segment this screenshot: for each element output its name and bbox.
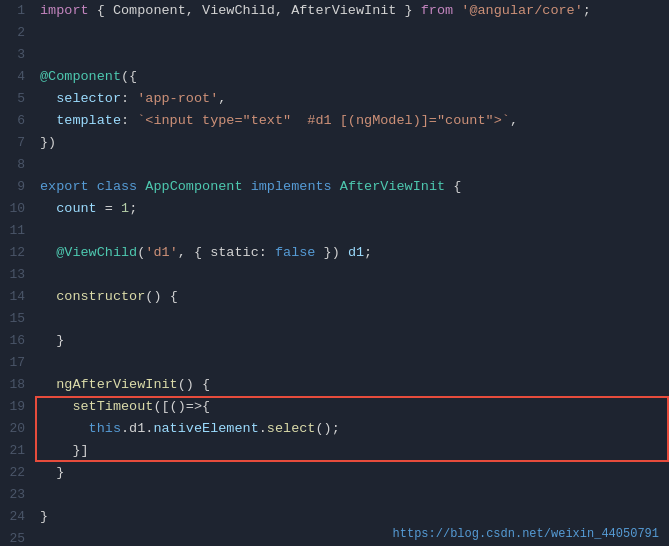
line-number: 7 xyxy=(0,132,35,154)
line-number: 6 xyxy=(0,110,35,132)
line-code: count = 1; xyxy=(35,198,669,220)
code-line: 5 selector: 'app-root', xyxy=(0,88,669,110)
line-code: template: `<input type="text" #d1 [(ngMo… xyxy=(35,110,669,132)
line-number: 23 xyxy=(0,484,35,506)
line-number: 13 xyxy=(0,264,35,286)
code-line: 18 ngAfterViewInit() { xyxy=(0,374,669,396)
footer-url: https://blog.csdn.net/weixin_44050791 xyxy=(393,527,659,541)
line-number: 20 xyxy=(0,418,35,440)
line-number: 14 xyxy=(0,286,35,308)
line-number: 21 xyxy=(0,440,35,462)
line-number: 16 xyxy=(0,330,35,352)
line-code: }) xyxy=(35,132,669,154)
line-number: 17 xyxy=(0,352,35,374)
code-line: 9export class AppComponent implements Af… xyxy=(0,176,669,198)
line-number: 4 xyxy=(0,66,35,88)
code-line: 21 }] xyxy=(0,440,669,462)
code-line: 1import { Component, ViewChild, AfterVie… xyxy=(0,0,669,22)
code-line: 3 xyxy=(0,44,669,66)
line-number: 25 xyxy=(0,528,35,546)
code-line: 20 this.d1.nativeElement.select(); xyxy=(0,418,669,440)
line-number: 11 xyxy=(0,220,35,242)
line-code: ngAfterViewInit() { xyxy=(35,374,669,396)
line-number: 12 xyxy=(0,242,35,264)
code-line: 13 xyxy=(0,264,669,286)
code-line: 19 setTimeout([()=>{ xyxy=(0,396,669,418)
line-code: @Component({ xyxy=(35,66,669,88)
line-code: } xyxy=(35,462,669,484)
code-line: 2 xyxy=(0,22,669,44)
code-line: 16 } xyxy=(0,330,669,352)
line-number: 5 xyxy=(0,88,35,110)
line-number: 24 xyxy=(0,506,35,528)
line-number: 10 xyxy=(0,198,35,220)
line-number: 19 xyxy=(0,396,35,418)
line-number: 8 xyxy=(0,154,35,176)
code-line: 12 @ViewChild('d1', { static: false }) d… xyxy=(0,242,669,264)
line-code: setTimeout([()=>{ xyxy=(35,396,669,418)
line-code: import { Component, ViewChild, AfterView… xyxy=(35,0,669,22)
code-line: 14 constructor() { xyxy=(0,286,669,308)
code-line: 22 } xyxy=(0,462,669,484)
code-content: 1import { Component, ViewChild, AfterVie… xyxy=(0,0,669,546)
code-editor: 1import { Component, ViewChild, AfterVie… xyxy=(0,0,669,546)
line-number: 18 xyxy=(0,374,35,396)
line-number: 9 xyxy=(0,176,35,198)
line-code: this.d1.nativeElement.select(); xyxy=(35,418,669,440)
line-code: @ViewChild('d1', { static: false }) d1; xyxy=(35,242,669,264)
code-line: 10 count = 1; xyxy=(0,198,669,220)
line-code: selector: 'app-root', xyxy=(35,88,669,110)
line-code: }] xyxy=(35,440,669,462)
code-line: 15 xyxy=(0,308,669,330)
code-line: 11 xyxy=(0,220,669,242)
line-code: export class AppComponent implements Aft… xyxy=(35,176,669,198)
code-line: 6 template: `<input type="text" #d1 [(ng… xyxy=(0,110,669,132)
code-line: 17 xyxy=(0,352,669,374)
code-line: 7}) xyxy=(0,132,669,154)
code-line: 4@Component({ xyxy=(0,66,669,88)
code-line: 24} xyxy=(0,506,669,528)
line-code: } xyxy=(35,506,669,528)
line-number: 15 xyxy=(0,308,35,330)
line-code: } xyxy=(35,330,669,352)
code-line: 8 xyxy=(0,154,669,176)
line-number: 22 xyxy=(0,462,35,484)
line-number: 2 xyxy=(0,22,35,44)
line-number: 3 xyxy=(0,44,35,66)
code-line: 23 xyxy=(0,484,669,506)
line-number: 1 xyxy=(0,0,35,22)
line-code: constructor() { xyxy=(35,286,669,308)
